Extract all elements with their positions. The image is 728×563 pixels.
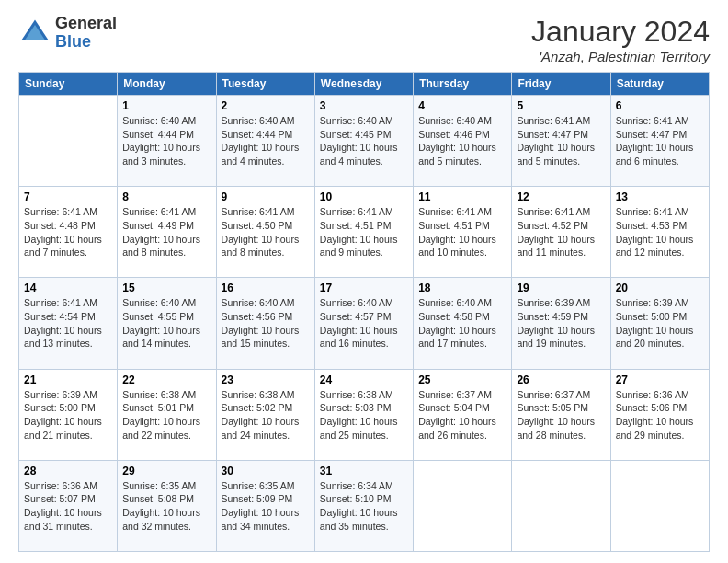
location: 'Anzah, Palestinian Territory: [531, 49, 710, 64]
day-of-week-friday: Friday: [512, 73, 610, 96]
day-info: Sunrise: 6:41 AMSunset: 4:53 PMDaylight:…: [616, 205, 704, 259]
calendar-cell: 25Sunrise: 6:37 AMSunset: 5:04 PMDayligh…: [414, 369, 512, 460]
logo: General Blue: [18, 15, 117, 52]
calendar-cell: 23Sunrise: 6:38 AMSunset: 5:02 PMDayligh…: [216, 369, 314, 460]
day-info: Sunrise: 6:41 AMSunset: 4:54 PMDaylight:…: [24, 296, 112, 350]
calendar-cell: 17Sunrise: 6:40 AMSunset: 4:57 PMDayligh…: [314, 278, 413, 369]
day-number: 6: [616, 99, 704, 112]
day-number: 8: [122, 190, 210, 203]
day-info: Sunrise: 6:41 AMSunset: 4:52 PMDaylight:…: [517, 205, 605, 259]
calendar-cell: 27Sunrise: 6:36 AMSunset: 5:06 PMDayligh…: [610, 369, 709, 460]
calendar-table: SundayMondayTuesdayWednesdayThursdayFrid…: [18, 72, 710, 552]
day-number: 30: [222, 465, 310, 477]
calendar-cell: 21Sunrise: 6:39 AMSunset: 5:00 PMDayligh…: [19, 369, 118, 460]
day-info: Sunrise: 6:41 AMSunset: 4:48 PMDaylight:…: [24, 205, 112, 259]
day-number: 10: [320, 190, 408, 203]
calendar-cell: 22Sunrise: 6:38 AMSunset: 5:01 PMDayligh…: [118, 369, 216, 460]
calendar-cell: 30Sunrise: 6:35 AMSunset: 5:09 PMDayligh…: [216, 460, 314, 551]
calendar-cell: 11Sunrise: 6:41 AMSunset: 4:51 PMDayligh…: [414, 187, 512, 278]
day-number: 2: [222, 99, 310, 112]
day-number: 5: [517, 99, 605, 112]
day-number: 16: [222, 282, 310, 294]
calendar-cell: 3Sunrise: 6:40 AMSunset: 4:45 PMDaylight…: [314, 96, 413, 187]
day-info: Sunrise: 6:40 AMSunset: 4:44 PMDaylight:…: [222, 114, 310, 168]
day-number: 12: [517, 190, 605, 203]
day-number: 31: [320, 465, 408, 477]
day-info: Sunrise: 6:41 AMSunset: 4:50 PMDaylight:…: [222, 205, 310, 259]
day-of-week-sunday: Sunday: [19, 73, 118, 96]
day-info: Sunrise: 6:40 AMSunset: 4:57 PMDaylight:…: [320, 296, 408, 350]
week-row-5: 28Sunrise: 6:36 AMSunset: 5:07 PMDayligh…: [19, 460, 710, 551]
day-number: 26: [517, 373, 605, 386]
logo-blue-text: Blue: [55, 33, 117, 52]
day-number: 25: [418, 373, 506, 386]
calendar-cell: 29Sunrise: 6:35 AMSunset: 5:08 PMDayligh…: [118, 460, 216, 551]
day-of-week-wednesday: Wednesday: [314, 73, 413, 96]
day-info: Sunrise: 6:37 AMSunset: 5:04 PMDaylight:…: [418, 388, 506, 442]
calendar-cell: 31Sunrise: 6:34 AMSunset: 5:10 PMDayligh…: [314, 460, 413, 551]
day-number: 14: [24, 282, 112, 294]
week-row-4: 21Sunrise: 6:39 AMSunset: 5:00 PMDayligh…: [19, 369, 710, 460]
week-row-3: 14Sunrise: 6:41 AMSunset: 4:54 PMDayligh…: [19, 278, 710, 369]
day-info: Sunrise: 6:37 AMSunset: 5:05 PMDaylight:…: [517, 388, 605, 442]
day-info: Sunrise: 6:39 AMSunset: 5:00 PMDaylight:…: [616, 296, 704, 350]
calendar-cell: 26Sunrise: 6:37 AMSunset: 5:05 PMDayligh…: [512, 369, 610, 460]
day-of-week-thursday: Thursday: [414, 73, 512, 96]
calendar-cell: 7Sunrise: 6:41 AMSunset: 4:48 PMDaylight…: [19, 187, 118, 278]
day-number: 1: [122, 99, 210, 112]
day-info: Sunrise: 6:38 AMSunset: 5:02 PMDaylight:…: [222, 388, 310, 442]
day-number: 19: [517, 282, 605, 294]
day-info: Sunrise: 6:39 AMSunset: 4:59 PMDaylight:…: [517, 296, 605, 350]
calendar-cell: 28Sunrise: 6:36 AMSunset: 5:07 PMDayligh…: [19, 460, 118, 551]
calendar-cell: 2Sunrise: 6:40 AMSunset: 4:44 PMDaylight…: [216, 96, 314, 187]
day-info: Sunrise: 6:41 AMSunset: 4:47 PMDaylight:…: [616, 114, 704, 168]
day-info: Sunrise: 6:40 AMSunset: 4:44 PMDaylight:…: [122, 114, 210, 168]
calendar-cell: 9Sunrise: 6:41 AMSunset: 4:50 PMDaylight…: [216, 187, 314, 278]
day-info: Sunrise: 6:36 AMSunset: 5:07 PMDaylight:…: [24, 479, 112, 534]
day-info: Sunrise: 6:41 AMSunset: 4:51 PMDaylight:…: [320, 205, 408, 259]
day-of-week-saturday: Saturday: [610, 73, 709, 96]
calendar-cell: 15Sunrise: 6:40 AMSunset: 4:55 PMDayligh…: [118, 278, 216, 369]
day-info: Sunrise: 6:40 AMSunset: 4:55 PMDaylight:…: [122, 296, 210, 350]
calendar-cell: [414, 460, 512, 551]
week-row-2: 7Sunrise: 6:41 AMSunset: 4:48 PMDaylight…: [19, 187, 710, 278]
week-row-1: 1Sunrise: 6:40 AMSunset: 4:44 PMDaylight…: [19, 96, 710, 187]
day-number: 15: [122, 282, 210, 294]
day-info: Sunrise: 6:40 AMSunset: 4:56 PMDaylight:…: [222, 296, 310, 350]
day-info: Sunrise: 6:39 AMSunset: 5:00 PMDaylight:…: [24, 388, 112, 442]
day-of-week-monday: Monday: [118, 73, 216, 96]
day-number: 17: [320, 282, 408, 294]
calendar-cell: 1Sunrise: 6:40 AMSunset: 4:44 PMDaylight…: [118, 96, 216, 187]
day-number: 28: [24, 465, 112, 477]
calendar-cell: [19, 96, 118, 187]
calendar-cell: 20Sunrise: 6:39 AMSunset: 5:00 PMDayligh…: [610, 278, 709, 369]
day-number: 7: [24, 190, 112, 203]
day-info: Sunrise: 6:34 AMSunset: 5:10 PMDaylight:…: [320, 479, 408, 534]
calendar-cell: 10Sunrise: 6:41 AMSunset: 4:51 PMDayligh…: [314, 187, 413, 278]
calendar-header-row: SundayMondayTuesdayWednesdayThursdayFrid…: [19, 73, 710, 96]
day-number: 29: [122, 465, 210, 477]
day-info: Sunrise: 6:40 AMSunset: 4:46 PMDaylight:…: [418, 114, 506, 168]
day-info: Sunrise: 6:35 AMSunset: 5:08 PMDaylight:…: [122, 479, 210, 534]
calendar-cell: 6Sunrise: 6:41 AMSunset: 4:47 PMDaylight…: [610, 96, 709, 187]
day-number: 24: [320, 373, 408, 386]
day-info: Sunrise: 6:40 AMSunset: 4:45 PMDaylight:…: [320, 114, 408, 168]
day-info: Sunrise: 6:36 AMSunset: 5:06 PMDaylight:…: [616, 388, 704, 442]
logo-general-text: General: [55, 15, 117, 33]
logo-icon: [18, 17, 51, 50]
day-info: Sunrise: 6:38 AMSunset: 5:03 PMDaylight:…: [320, 388, 408, 442]
calendar-cell: 16Sunrise: 6:40 AMSunset: 4:56 PMDayligh…: [216, 278, 314, 369]
day-info: Sunrise: 6:35 AMSunset: 5:09 PMDaylight:…: [222, 479, 310, 534]
day-of-week-tuesday: Tuesday: [216, 73, 314, 96]
calendar-cell: 19Sunrise: 6:39 AMSunset: 4:59 PMDayligh…: [512, 278, 610, 369]
day-number: 21: [24, 373, 112, 386]
calendar-page: General Blue January 2024 'Anzah, Palest…: [0, 0, 728, 563]
calendar-cell: 4Sunrise: 6:40 AMSunset: 4:46 PMDaylight…: [414, 96, 512, 187]
calendar-cell: [610, 460, 709, 551]
day-info: Sunrise: 6:41 AMSunset: 4:47 PMDaylight:…: [517, 114, 605, 168]
logo-text: General Blue: [55, 15, 117, 52]
day-info: Sunrise: 6:41 AMSunset: 4:51 PMDaylight:…: [418, 205, 506, 259]
day-number: 3: [320, 99, 408, 112]
calendar-cell: 8Sunrise: 6:41 AMSunset: 4:49 PMDaylight…: [118, 187, 216, 278]
day-number: 20: [616, 282, 704, 294]
